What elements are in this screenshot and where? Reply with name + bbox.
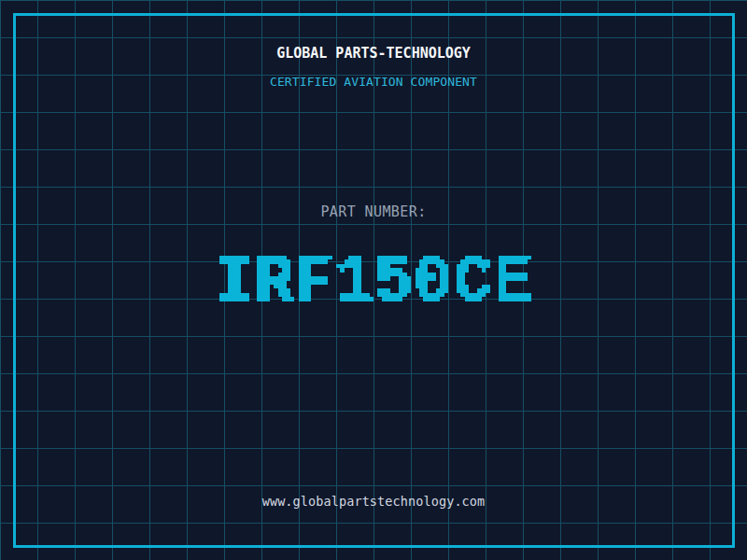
part-number-label: PART NUMBER: xyxy=(0,205,747,219)
website-url: www.globalpartstechnology.com xyxy=(0,496,747,509)
company-name: GLOBAL PARTS-TECHNOLOGY xyxy=(0,47,747,61)
part-number-display xyxy=(207,239,540,322)
certification-tagline: CERTIFIED AVIATION COMPONENT xyxy=(0,76,747,88)
certificate-screen: GLOBAL PARTS-TECHNOLOGY CERTIFIED AVIATI… xyxy=(0,0,747,560)
